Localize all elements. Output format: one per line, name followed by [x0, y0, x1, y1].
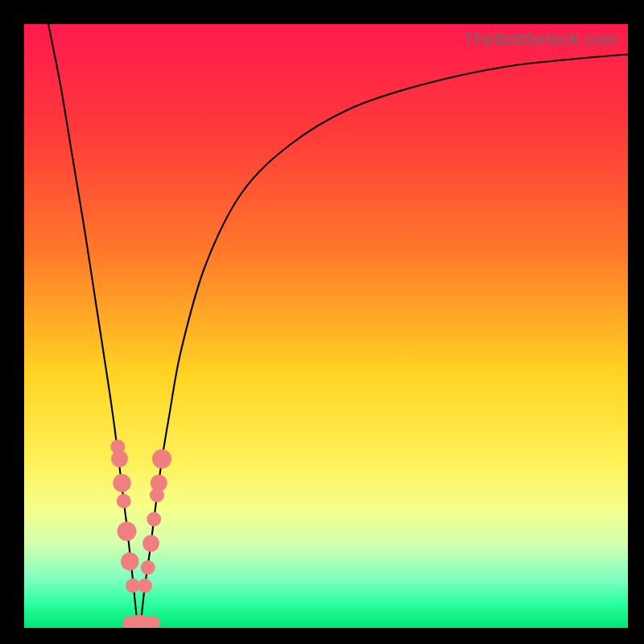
data-dot [151, 475, 167, 492]
bottleneck-curve [48, 24, 628, 628]
data-dot [121, 552, 139, 571]
data-dot [147, 512, 161, 526]
data-dot [117, 494, 131, 509]
data-dot [152, 449, 171, 469]
watermark-text: TheBottleneck.com [464, 29, 618, 50]
data-dot [141, 560, 155, 575]
chart-frame: TheBottleneck.com [0, 0, 644, 644]
plot-area: TheBottleneck.com [24, 24, 628, 628]
bottleneck-curve-svg [24, 24, 628, 628]
data-dot [111, 451, 128, 468]
data-dot [113, 474, 131, 493]
data-dot [138, 579, 152, 593]
data-dot [142, 535, 159, 552]
data-dot [118, 522, 137, 541]
